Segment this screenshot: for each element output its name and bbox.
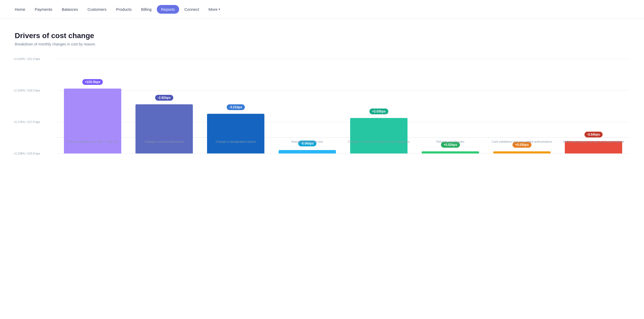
x-label-1: Change in commercial volume xyxy=(128,138,200,164)
bar-bubble-4: +2.03bps xyxy=(369,109,388,114)
nav-item-customers[interactable]: Customers xyxy=(83,5,111,14)
nav-item-billing[interactable]: Billing xyxy=(137,5,156,14)
grid-label-3: +2.158% / 215.8 bps xyxy=(13,152,40,155)
chart-grid: +2.210% / 221.0 bps+2.193% / 219.3 bps+2… xyxy=(15,59,629,164)
nav-item-connect[interactable]: Connect xyxy=(180,5,203,14)
nav-item-reports[interactable]: Reports xyxy=(157,5,179,14)
page-title: Drivers of cost change xyxy=(15,32,629,40)
page-subtitle: Breakdown of monthly changes in cost by … xyxy=(15,42,629,46)
nav-item-more[interactable]: More▾ xyxy=(204,5,224,14)
nav-item-products[interactable]: Products xyxy=(112,5,136,14)
page-content: Drivers of cost change Breakdown of mont… xyxy=(0,19,644,177)
bar-bubble-1: -2.92bps xyxy=(155,95,173,101)
x-label-2: Change in downgraded volume xyxy=(200,138,271,164)
nav-item-balances[interactable]: Balances xyxy=(58,5,82,14)
main-nav: HomePaymentsBalancesCustomersProductsBil… xyxy=(0,0,644,19)
x-label-5: Refunds and disputes xyxy=(415,138,486,164)
chart-container: +2.210% / 221.0 bps+2.193% / 219.3 bps+2… xyxy=(15,59,629,164)
x-label-7: Shift in card present vs card not presen… xyxy=(558,138,629,164)
x-label-6: Card validations and non-settled authori… xyxy=(486,138,558,164)
grid-label-1: +2.193% / 219.3 bps xyxy=(13,89,40,92)
x-axis-labels: Previous effective rate (Mar 1 - Mar 31)… xyxy=(57,138,629,164)
x-label-4: Change in volume from different card cat… xyxy=(343,138,415,164)
nav-item-home[interactable]: Home xyxy=(11,5,29,14)
nav-item-payments[interactable]: Payments xyxy=(31,5,57,14)
x-label-3: Average transaction size xyxy=(271,138,343,164)
grid-label-0: +2.210% / 221.0 bps xyxy=(13,57,40,60)
bar-bubble-7: -0.64bps xyxy=(585,132,603,137)
nav-items: HomePaymentsBalancesCustomersProductsBil… xyxy=(11,5,224,14)
x-label-0: Previous effective rate (Mar 1 - Mar 31) xyxy=(57,138,128,164)
chevron-down-icon: ▾ xyxy=(219,8,220,11)
bar-bubble-0: +220.5bps xyxy=(82,79,103,85)
grid-label-2: +2.175% / 217.5 bps xyxy=(13,120,40,124)
bar-bubble-2: -3.21bps xyxy=(227,104,245,110)
